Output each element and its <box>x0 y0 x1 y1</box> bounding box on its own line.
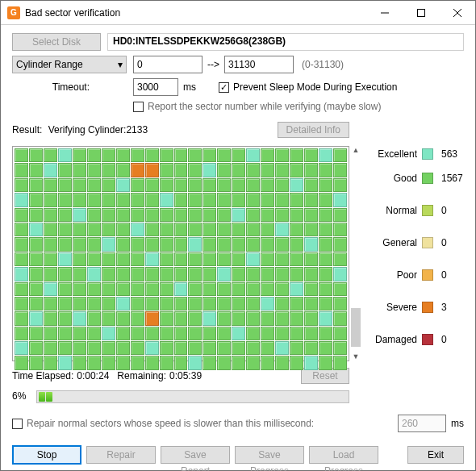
sector-cell <box>203 163 216 177</box>
sector-cell <box>333 223 347 236</box>
svg-rect-1 <box>417 9 424 16</box>
sector-cell <box>174 223 188 236</box>
sector-cell <box>232 208 245 222</box>
sector-cell <box>246 193 260 206</box>
sector-cell <box>160 327 173 340</box>
sector-cell <box>261 341 274 355</box>
sector-cell <box>145 178 159 192</box>
sector-cell <box>304 163 318 177</box>
sector-cell <box>131 327 144 340</box>
close-button[interactable] <box>439 1 475 24</box>
sector-cell <box>203 208 216 222</box>
sector-cell <box>232 297 245 311</box>
repair-ms-input[interactable] <box>398 415 446 432</box>
sector-cell <box>58 178 72 192</box>
sector-cell <box>87 341 101 355</box>
prevent-sleep-label: Prevent Sleep Mode During Execution <box>233 81 397 93</box>
sector-cell <box>203 193 216 206</box>
sector-cell <box>58 327 72 340</box>
sector-cell <box>188 178 202 192</box>
sector-cell <box>160 252 173 266</box>
sector-cell <box>203 237 216 251</box>
sector-cell <box>217 178 231 192</box>
range-hint: (0-31130) <box>302 59 344 70</box>
sector-cell <box>102 237 115 251</box>
sector-cell <box>246 178 260 192</box>
sector-cell <box>188 148 202 162</box>
prevent-sleep-checkbox[interactable] <box>219 82 229 93</box>
repair-ms-checkbox[interactable] <box>12 419 23 429</box>
sector-cell <box>304 267 318 281</box>
sector-cell <box>44 163 57 177</box>
range-mode-select[interactable]: Cylinder Range ▾ <box>12 56 127 73</box>
save-progress-button[interactable]: Save Progress <box>235 446 304 464</box>
sector-cell <box>15 341 28 355</box>
sector-cell <box>15 208 28 222</box>
scroll-up-icon[interactable]: ▲ <box>353 147 360 154</box>
legend: Excellent563 Good1567 Normal0 General0 P… <box>370 146 464 361</box>
report-sector-checkbox[interactable] <box>133 102 144 112</box>
time-elapsed-label: Time Elapsed: <box>12 370 73 381</box>
range-to-input[interactable] <box>224 56 294 73</box>
legend-good-count: 1567 <box>441 173 464 184</box>
stop-button[interactable]: Stop <box>12 445 81 465</box>
detailed-info-button[interactable]: Detailed Info <box>278 122 349 138</box>
sector-cell <box>131 148 144 162</box>
chevron-down-icon: ▾ <box>118 59 123 70</box>
sector-cell <box>261 282 274 296</box>
sector-cell <box>44 297 57 311</box>
sector-cell <box>58 297 72 311</box>
sector-cell <box>15 252 28 266</box>
sector-cell <box>15 178 28 192</box>
repair-button[interactable]: Repair <box>86 446 156 464</box>
sector-cell <box>44 148 57 162</box>
select-disk-button[interactable]: Select Disk <box>12 33 101 51</box>
timeout-input[interactable] <box>133 78 178 96</box>
sector-cell <box>217 208 231 222</box>
sector-cell <box>217 297 231 311</box>
sector-cell <box>333 208 347 222</box>
reset-button[interactable]: Reset <box>301 368 349 384</box>
sector-cell <box>102 148 115 162</box>
time-remaining: 0:05:39 <box>169 370 202 381</box>
sector-cell <box>87 297 101 311</box>
sector-cell <box>261 178 274 192</box>
scroll-thumb[interactable] <box>351 308 361 347</box>
sector-cell <box>261 148 274 162</box>
sector-cell <box>275 267 289 281</box>
sector-cell <box>246 237 260 251</box>
sector-cell <box>319 327 332 340</box>
sector-cell <box>73 267 86 281</box>
sector-cell <box>116 223 130 236</box>
legend-normal-swatch <box>422 205 433 216</box>
grid-scrollbar[interactable]: ▲ ▼ <box>351 147 361 361</box>
sector-cell <box>188 267 202 281</box>
legend-damaged-count: 0 <box>441 334 464 345</box>
sector-cell <box>131 237 144 251</box>
sector-cell <box>145 237 159 251</box>
sector-cell <box>246 163 260 177</box>
sector-cell <box>44 237 57 251</box>
sector-cell <box>217 327 231 340</box>
sector-cell <box>102 282 115 296</box>
sector-cell <box>333 193 347 206</box>
save-report-button[interactable]: Save Report <box>161 446 230 464</box>
minimize-button[interactable] <box>366 1 403 24</box>
sector-cell <box>261 223 274 236</box>
maximize-button[interactable] <box>403 1 439 24</box>
sector-cell <box>73 282 86 296</box>
scroll-down-icon[interactable]: ▼ <box>353 353 360 361</box>
legend-severe-swatch <box>422 302 433 313</box>
exit-button[interactable]: Exit <box>407 446 464 464</box>
sector-cell <box>87 163 101 177</box>
sector-cell <box>87 282 101 296</box>
sector-cell <box>319 282 332 296</box>
load-progress-button[interactable]: Load Progress <box>309 446 378 464</box>
sector-cell <box>15 148 28 162</box>
sector-cell <box>290 341 303 355</box>
sector-cell <box>275 341 289 355</box>
sector-cell <box>232 356 245 369</box>
sector-cell <box>203 178 216 192</box>
sector-cell <box>160 237 173 251</box>
range-from-input[interactable] <box>133 56 203 73</box>
